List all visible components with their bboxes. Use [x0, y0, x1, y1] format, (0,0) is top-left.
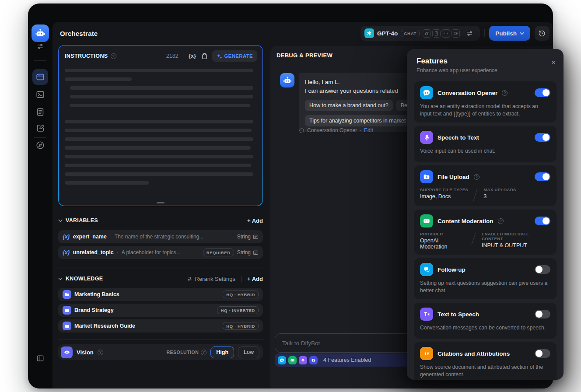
- edit-opener-link[interactable]: Edit: [364, 127, 373, 133]
- help-icon: ?: [111, 53, 116, 59]
- collapse-sidebar-icon[interactable]: [35, 354, 45, 363]
- feature-col-label: PROVIDER: [420, 231, 466, 236]
- conversation-opener-icon: [420, 86, 433, 99]
- feature-desc: Conversation messages can be converted t…: [420, 324, 550, 332]
- sidebar-item-logs-icon[interactable]: [35, 107, 46, 117]
- features-subtitle: Enhance web app user experience: [416, 67, 555, 74]
- help-icon: ?: [502, 90, 508, 96]
- feature-col-label: SUPPORT FILE TYPES: [420, 187, 468, 192]
- variable-row[interactable]: {x} expert_name · The name of the strate…: [58, 230, 263, 243]
- variable-token-icon: {x}: [63, 234, 70, 240]
- content-moderation-mini-icon: [288, 356, 297, 364]
- version-history-button[interactable]: [535, 26, 550, 41]
- sliders-icon: [187, 276, 192, 282]
- file-upload-icon: [420, 170, 433, 183]
- text-input-icon: [253, 250, 259, 256]
- help-icon: ?: [498, 218, 504, 224]
- feature-title: Content Moderation: [438, 218, 494, 224]
- page-title: Orchestrate: [60, 30, 98, 37]
- follow-up-toggle[interactable]: [535, 265, 550, 274]
- app-logo-robot-icon[interactable]: [32, 24, 49, 42]
- feature-title: Speech to Text: [438, 134, 479, 141]
- conversation-opener-mini-icon: [278, 356, 286, 364]
- instructions-panel[interactable]: INSTRUCTIONS ? 2182 {x} GENERATE: [58, 45, 263, 206]
- help-icon: ?: [474, 174, 480, 180]
- knowledge-row[interactable]: Brand Strategy HQ · INVERTED: [58, 304, 263, 317]
- slash-divider: [471, 233, 476, 245]
- variable-row[interactable]: {x} unrelated_topic · A placeholder for …: [58, 246, 263, 259]
- sidebar-item-orchestrate[interactable]: [32, 69, 48, 85]
- feature-col-value: INPUT & OUTPUT: [482, 242, 550, 248]
- feature-col-value: Image, Docs: [420, 193, 468, 200]
- variable-token-icon: {x}: [63, 249, 70, 256]
- features-enabled-label: 4 Features Enabled: [323, 357, 371, 363]
- chevron-down-icon[interactable]: [58, 219, 63, 222]
- add-variable-button[interactable]: + Add: [247, 217, 263, 224]
- feature-card-citations: Citations and Attributions Show source d…: [414, 342, 556, 380]
- sidebar-item-terminal-icon[interactable]: [35, 89, 46, 100]
- publish-button[interactable]: Publish: [489, 26, 530, 41]
- dataset-name: Market Research Guide: [74, 323, 135, 329]
- sidebar-item-explore-icon[interactable]: [35, 140, 46, 150]
- workflow-settings-icon[interactable]: [36, 42, 45, 51]
- conversation-opener-note: Conversation Opener · Edit: [299, 127, 373, 133]
- resolution-high-button[interactable]: High: [210, 346, 234, 358]
- file-upload-toggle[interactable]: [535, 172, 550, 181]
- audio-capability-icon: [442, 29, 450, 38]
- chat-bubble-icon: [299, 128, 304, 133]
- section-divider: [58, 269, 263, 269]
- citations-toggle[interactable]: [535, 349, 550, 358]
- variables-section-header: VARIABLES + Add: [58, 217, 263, 224]
- copy-icon[interactable]: [200, 51, 210, 61]
- sidebar-item-annotation-icon[interactable]: [35, 122, 46, 133]
- features-title: Features: [416, 57, 555, 66]
- dataset-badge: HQ · HYBRID: [223, 322, 259, 330]
- resize-handle[interactable]: [157, 202, 164, 203]
- sparkle-icon: [217, 53, 222, 59]
- slash-divider: [473, 189, 478, 201]
- variable-type: String: [237, 234, 251, 240]
- speech-to-text-toggle[interactable]: [535, 133, 550, 142]
- variable-name: unrelated_topic: [73, 249, 114, 256]
- feature-card-file-upload: File Upload ? SUPPORT FILE TYPES Image, …: [414, 165, 556, 206]
- feature-desc: Show source document and attributed sect…: [420, 364, 550, 378]
- knowledge-row[interactable]: Marketing Basics HQ · HYBRID: [58, 288, 263, 301]
- close-icon[interactable]: ×: [551, 59, 556, 66]
- model-capabilities: [423, 29, 460, 38]
- variable-type: String: [237, 249, 251, 256]
- variable-desc: The name of the strategic consulting...: [115, 234, 234, 240]
- model-selector[interactable]: GPT-4o CHAT: [360, 26, 480, 41]
- dataset-folder-icon: [63, 322, 71, 330]
- suggested-question-chip[interactable]: Tips for analyzing competitors in market: [305, 115, 410, 126]
- content-moderation-toggle[interactable]: [535, 217, 550, 225]
- feature-title: File Upload: [438, 174, 469, 180]
- chevron-down-icon[interactable]: [58, 277, 63, 280]
- text-to-speech-toggle[interactable]: [535, 310, 550, 318]
- help-icon: ?: [201, 350, 206, 355]
- resolution-low-button[interactable]: Low: [238, 346, 259, 358]
- vision-capability-icon: [423, 29, 431, 38]
- dot-separator: ·: [110, 234, 112, 240]
- feature-card-speech-to-text: Speech to Text Voice input can be used i…: [414, 126, 556, 162]
- dataset-folder-icon: [63, 290, 71, 299]
- model-params-icon[interactable]: [463, 27, 476, 40]
- vision-row: Vision ? RESOLUTION ? High Low: [58, 344, 263, 360]
- opener-label: Conversation Opener: [307, 127, 357, 133]
- knowledge-title: KNOWLEDGE: [66, 276, 103, 282]
- video-capability-icon: [452, 29, 460, 38]
- variable-name: expert_name: [73, 234, 107, 240]
- page-header: Orchestrate GPT-4o CHAT: [52, 22, 553, 45]
- document-capability-icon: [432, 29, 441, 38]
- insert-variable-icon[interactable]: {x}: [188, 51, 197, 61]
- conversation-opener-toggle[interactable]: [535, 88, 550, 97]
- dataset-name: Brand Strategy: [74, 307, 114, 313]
- knowledge-row[interactable]: Market Research Guide HQ · HYBRID: [58, 319, 263, 332]
- divider: [241, 276, 242, 282]
- rerank-settings-button[interactable]: Rerank Settings: [187, 276, 236, 282]
- vision-label: Vision: [77, 349, 94, 356]
- generate-button[interactable]: GENERATE: [212, 50, 257, 62]
- add-knowledge-button[interactable]: + Add: [247, 276, 263, 282]
- suggested-question-chip[interactable]: How to make a brand stand out?: [305, 100, 393, 111]
- dataset-badge: HQ · HYBRID: [223, 290, 259, 298]
- variable-desc: A placeholder for topics...: [122, 249, 200, 256]
